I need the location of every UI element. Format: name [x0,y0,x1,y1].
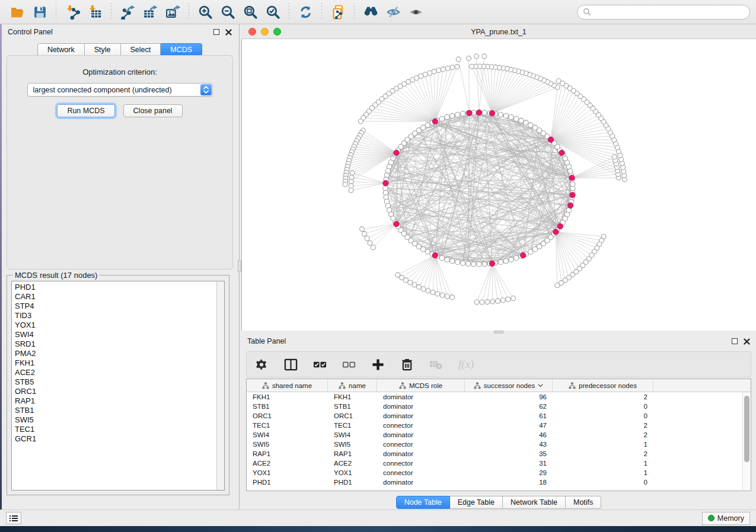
column-header-predecessor-nodes[interactable]: predecessor nodes [553,379,653,392]
table-row[interactable]: YOX1YOX1connector291 [247,468,742,477]
result-list-item[interactable]: TEC1 [15,425,224,434]
cell-successor-nodes: 43 [465,441,553,448]
export-network-button[interactable] [116,2,139,21]
refresh-button[interactable] [294,2,317,21]
cell-name: PHD1 [328,479,377,486]
export-table-button[interactable] [139,2,161,21]
import-network-button[interactable] [61,2,84,21]
column-header-successor-nodes[interactable]: successor nodes [465,379,553,392]
window-zoom-icon[interactable] [273,28,281,36]
show-eye-button[interactable] [404,2,427,21]
cell-name: SWI5 [328,441,377,448]
table-row[interactable]: PHD1PHD1dominator180 [247,477,742,487]
result-list-item[interactable]: PHD1 [15,283,224,292]
result-list-scrollbar[interactable] [216,281,224,490]
table-row[interactable]: ORC1ORC1dominator610 [247,411,742,421]
window-close-icon[interactable] [248,28,256,36]
tab-style[interactable]: Style [85,43,121,56]
column-header-MCDS-role[interactable]: MCDS role [377,379,465,392]
import-table-button[interactable] [84,2,106,21]
close-panel-icon[interactable] [225,29,232,36]
close-panel-icon[interactable] [744,338,750,345]
result-list-item[interactable]: SWI4 [15,330,224,339]
zoom-out-button[interactable] [216,2,239,21]
clone-network-button[interactable] [327,2,349,21]
cell-name: YOX1 [328,469,377,476]
zoom-selected-button[interactable] [261,2,284,21]
show-eye-icon [409,5,423,20]
tab-motifs[interactable]: Motifs [566,496,601,509]
table-row[interactable]: SWI5SWI5connector431 [247,440,742,449]
tab-network[interactable]: Network [37,43,85,56]
result-list-item[interactable]: STP4 [15,302,224,311]
memory-button[interactable]: Memory [702,512,750,525]
result-list-item[interactable]: YOX1 [15,321,224,330]
memory-label: Memory [717,514,744,523]
result-list-item[interactable]: ORC1 [15,387,224,396]
float-panel-icon[interactable] [732,338,738,344]
select-all-button[interactable] [313,358,327,371]
search-icon [583,8,591,16]
tab-edge-table[interactable]: Edge Table [450,496,503,509]
cell-successor-nodes: 61 [465,412,553,419]
float-panel-icon[interactable] [213,29,219,35]
table-row[interactable]: TEC1TEC1connector472 [247,421,742,430]
result-list-item[interactable]: PMA2 [15,349,224,358]
table-row[interactable]: RAP1RAP1dominator352 [247,449,742,459]
criterion-select[interactable]: largest connected component (undirected) [27,83,213,97]
search-field[interactable] [595,8,744,16]
column-header-name[interactable]: name [328,379,377,392]
network-canvas[interactable] [241,39,756,331]
run-mcds-button[interactable]: Run MCDS [57,104,114,117]
tab-node-table[interactable]: Node Table [396,496,450,509]
task-history-button[interactable] [6,512,21,524]
cell-MCDS-role: dominator [377,393,465,400]
table-row[interactable]: STB1STB1dominator620 [247,402,742,411]
network-titlebar[interactable]: YPA_prune.txt_1 [241,25,756,39]
table-row[interactable]: SWI4SWI4dominator462 [247,430,742,440]
save-session-button[interactable] [28,2,51,21]
search-binoculars-button[interactable] [359,2,382,21]
scrollbar-thumb[interactable] [744,396,749,462]
tab-select[interactable]: Select [121,43,161,56]
table-row[interactable]: FKH1FKH1dominator962 [247,392,742,402]
cell-name: STB1 [328,403,377,410]
cell-shared-name: YOX1 [247,469,328,476]
export-image-button[interactable] [161,2,184,21]
network-graph[interactable] [242,39,755,328]
cell-successor-nodes: 62 [465,403,553,410]
select-all-icon [313,358,327,371]
result-list-item[interactable]: GCR1 [15,434,224,444]
show-columns-button[interactable] [284,358,298,371]
window-minimize-icon[interactable] [261,28,269,36]
result-list-item[interactable]: STB1 [15,406,224,415]
cell-predecessor-nodes: 1 [553,460,653,467]
result-list-item[interactable]: CAR1 [15,292,224,302]
main-toolbar [0,0,756,24]
table-toolbar: f(x) [246,351,751,377]
result-list-item[interactable]: FKH1 [15,358,224,368]
result-list-item[interactable]: RAP1 [15,396,224,406]
zoom-fit-button[interactable] [239,2,261,21]
control-panel-title: Control Panel [8,28,53,36]
table-scrollbar[interactable] [742,392,751,491]
deselect-all-button[interactable] [342,358,356,371]
result-list-item[interactable]: STB5 [15,377,224,387]
open-file-button[interactable] [6,2,28,21]
column-header-shared-name[interactable]: shared name [247,379,328,392]
table-row[interactable]: ACE2ACE2connector311 [247,459,742,468]
tab-mcds[interactable]: MCDS [161,43,202,56]
close-panel-button[interactable]: Close panel [123,104,183,117]
result-list-item[interactable]: SWI5 [15,415,224,425]
zoom-in-button[interactable] [194,2,216,21]
tab-network-table[interactable]: Network Table [503,496,566,509]
search-input[interactable] [577,5,750,20]
hide-eye-button[interactable] [382,2,404,21]
result-list-item[interactable]: TID3 [15,311,224,321]
result-list-item[interactable]: ACE2 [15,368,224,377]
result-list-item[interactable]: SRD1 [15,339,224,349]
settings-gear-button[interactable] [255,358,269,371]
mcds-result-list[interactable]: PHD1CAR1STP4TID3YOX1SWI4SRD1PMA2FKH1ACE2… [11,281,225,491]
add-entry-button[interactable] [371,358,385,371]
delete-entry-button[interactable] [400,358,414,371]
